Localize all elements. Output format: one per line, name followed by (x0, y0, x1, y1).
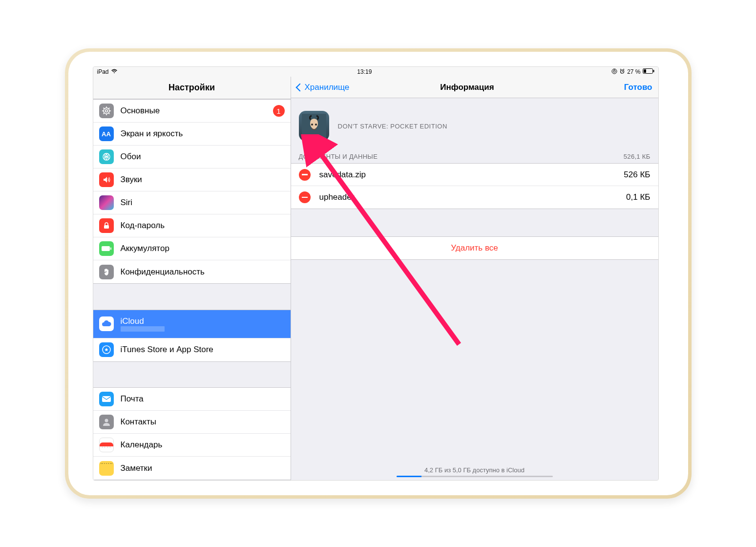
svg-rect-8 (644, 69, 646, 73)
sidebar-item-sounds[interactable]: Звуки (93, 168, 291, 191)
action-list: Удалить все (291, 236, 658, 260)
app-name: DON'T STARVE: POCKET EDITION (338, 123, 447, 130)
sidebar-item-sublabel (121, 326, 165, 332)
svg-line-4 (620, 69, 621, 69)
sidebar-item-label: Контакты (121, 417, 285, 427)
document-list: savedata.zip 526 КБ upheader 0,1 КБ (291, 163, 658, 209)
document-name: upheader (319, 192, 627, 202)
sidebar-item-label: Код-пароль (121, 221, 285, 231)
sidebar-item-privacy[interactable]: Конфиденциальность (93, 260, 291, 283)
privacy-icon (99, 265, 114, 279)
sidebar-item-label: Почта (121, 394, 285, 404)
appstore-icon (99, 342, 114, 357)
done-button[interactable]: Готово (624, 83, 652, 92)
svg-rect-25 (110, 248, 111, 250)
svg-point-30 (311, 124, 313, 126)
sidebar-item-label: Основные (121, 106, 273, 116)
section-header: ДОКУМЕНТЫ И ДАННЫЕ 526,1 КБ (291, 150, 658, 163)
app-header: DON'T STARVE: POCKET EDITION (291, 98, 658, 150)
svg-line-5 (624, 69, 625, 69)
document-size: 526 КБ (624, 170, 650, 180)
storage-progress-fill (397, 476, 421, 477)
lock-icon (99, 218, 114, 233)
document-row[interactable]: savedata.zip 526 КБ (291, 164, 658, 186)
document-row[interactable]: upheader 0,1 КБ (291, 186, 658, 209)
sidebar-item-label: Обои (121, 152, 285, 162)
section-size: 526,1 КБ (624, 153, 651, 160)
sidebar-item-calendar[interactable]: Календарь (93, 434, 291, 457)
svg-rect-27 (102, 396, 111, 402)
delete-row-button[interactable] (299, 191, 311, 203)
nav-bar: Хранилище Информация Готово (291, 77, 658, 98)
sidebar-item-label: Заметки (121, 463, 285, 473)
sidebar-item-label: Календарь (121, 440, 285, 450)
sidebar-item-label: Звуки (121, 175, 285, 185)
sound-icon (99, 172, 114, 187)
storage-text: 4,2 ГБ из 5,0 ГБ доступно в iCloud (291, 466, 658, 474)
sidebar-item-passcode[interactable]: Код-пароль (93, 214, 291, 237)
storage-progress (397, 476, 553, 477)
sidebar-item-label: Экран и яркость (121, 129, 285, 139)
svg-point-10 (105, 110, 107, 112)
svg-line-16 (108, 113, 109, 114)
gear-icon (99, 104, 114, 118)
document-size: 0,1 КБ (626, 192, 650, 202)
battery-percent: 27 % (627, 68, 640, 75)
svg-point-28 (105, 419, 108, 422)
sidebar-item-label: iTunes Store и App Store (121, 345, 285, 355)
siri-icon (99, 195, 114, 210)
svg-line-15 (103, 108, 104, 109)
sidebar-item-icloud[interactable]: iCloud (93, 310, 291, 338)
sidebar-item-label: Аккумулятор (121, 244, 285, 253)
sidebar-item-label: iCloud (121, 316, 165, 326)
delete-row-button[interactable] (299, 169, 311, 181)
battery-icon (643, 68, 654, 75)
wallpaper-icon (99, 149, 114, 164)
storage-footer: 4,2 ГБ из 5,0 ГБ доступно в iCloud (291, 466, 658, 477)
contacts-icon (99, 415, 114, 429)
alarm-icon (619, 68, 625, 76)
svg-rect-23 (104, 225, 109, 229)
cloud-icon (99, 316, 114, 331)
device-label: iPad (97, 68, 109, 75)
svg-line-18 (108, 108, 109, 109)
sidebar-item-display[interactable]: AA Экран и яркость (93, 123, 291, 146)
notes-icon (99, 461, 114, 476)
status-bar: iPad 13:19 27 % (93, 67, 658, 77)
app-icon (299, 111, 329, 141)
detail-pane: Хранилище Информация Готово DON'T STARVE… (291, 77, 658, 480)
lock-rotation-icon (611, 68, 617, 76)
battery-icon (99, 241, 114, 256)
sidebar-item-general[interactable]: Основные 1 (93, 100, 291, 123)
wifi-icon (111, 68, 118, 75)
sidebar-item-contacts[interactable]: Контакты (93, 411, 291, 434)
notification-badge: 1 (273, 105, 285, 117)
sidebar-item-label: Конфиденциальность (121, 267, 285, 277)
brightness-icon: AA (99, 126, 114, 141)
svg-point-31 (315, 124, 317, 126)
mail-icon (99, 392, 114, 406)
sidebar-item-wallpaper[interactable]: Обои (93, 146, 291, 168)
clock: 13:19 (118, 68, 612, 75)
settings-sidebar: Настройки Основные 1 AA Экран и яркость (93, 77, 291, 480)
svg-rect-7 (653, 70, 654, 72)
document-name: savedata.zip (319, 170, 624, 180)
svg-line-17 (103, 113, 104, 114)
calendar-icon (99, 438, 114, 452)
sidebar-title: Настройки (93, 77, 291, 99)
sidebar-item-mail[interactable]: Почта (93, 388, 291, 411)
page-title: Информация (310, 83, 624, 92)
section-title: ДОКУМЕНТЫ И ДАННЫЕ (299, 153, 378, 160)
sidebar-item-battery[interactable]: Аккумулятор (93, 237, 291, 260)
svg-rect-24 (102, 246, 110, 251)
sidebar-item-siri[interactable]: Siri (93, 191, 291, 214)
delete-all-button[interactable]: Удалить все (291, 237, 658, 259)
chevron-left-icon (295, 83, 304, 91)
sidebar-item-itunes[interactable]: iTunes Store и App Store (93, 338, 291, 361)
sidebar-item-label: Siri (121, 198, 285, 208)
sidebar-item-notes[interactable]: Заметки (93, 457, 291, 480)
svg-point-9 (104, 108, 109, 114)
svg-point-22 (105, 156, 107, 158)
